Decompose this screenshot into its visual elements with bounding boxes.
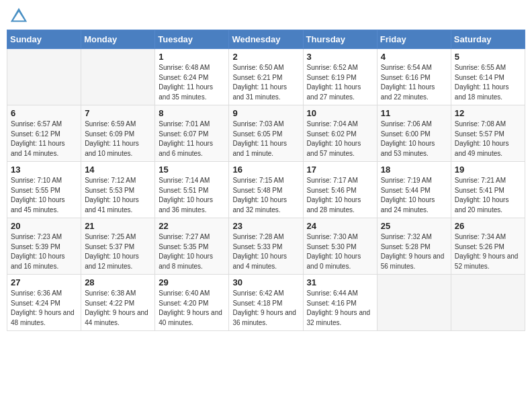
day-number: 11 (381, 108, 447, 118)
day-number: 12 (455, 108, 521, 118)
day-header-saturday: Saturday (451, 30, 525, 49)
day-number: 16 (232, 165, 299, 175)
calendar-cell (451, 275, 525, 331)
calendar-cell: 30Sunrise: 6:42 AMSunset: 4:18 PMDayligh… (229, 275, 303, 331)
day-number: 19 (455, 165, 521, 175)
day-info: Sunrise: 6:40 AMSunset: 4:20 PMDaylight:… (159, 289, 225, 328)
day-number: 29 (159, 277, 225, 287)
logo (9, 7, 31, 26)
day-info: Sunrise: 6:59 AMSunset: 6:09 PMDaylight:… (85, 120, 151, 158)
day-info: Sunrise: 6:52 AMSunset: 6:19 PMDaylight:… (307, 63, 373, 102)
day-number: 6 (11, 108, 77, 118)
day-info: Sunrise: 7:32 AMSunset: 5:28 PMDaylight:… (381, 232, 447, 271)
calendar-week-5: 27Sunrise: 6:36 AMSunset: 4:24 PMDayligh… (7, 275, 525, 331)
day-info: Sunrise: 7:08 AMSunset: 5:57 PMDaylight:… (455, 120, 521, 158)
day-info: Sunrise: 7:23 AMSunset: 5:39 PMDaylight:… (11, 232, 77, 271)
calendar-cell: 16Sunrise: 7:15 AMSunset: 5:48 PMDayligh… (229, 162, 303, 218)
day-info: Sunrise: 6:50 AMSunset: 6:21 PMDaylight:… (232, 63, 299, 102)
calendar-cell: 2Sunrise: 6:50 AMSunset: 6:21 PMDaylight… (229, 49, 303, 105)
calendar-cell: 26Sunrise: 7:34 AMSunset: 5:26 PMDayligh… (451, 218, 525, 275)
day-number: 9 (232, 108, 299, 118)
day-info: Sunrise: 7:25 AMSunset: 5:37 PMDaylight:… (85, 232, 151, 271)
page-header (7, 7, 525, 26)
calendar-cell: 8Sunrise: 7:01 AMSunset: 6:07 PMDaylight… (155, 105, 229, 162)
day-number: 8 (159, 108, 225, 118)
day-number: 31 (307, 277, 373, 287)
day-info: Sunrise: 7:27 AMSunset: 5:35 PMDaylight:… (159, 232, 225, 271)
day-info: Sunrise: 7:14 AMSunset: 5:51 PMDaylight:… (159, 176, 225, 215)
calendar-cell: 14Sunrise: 7:12 AMSunset: 5:53 PMDayligh… (81, 162, 155, 218)
calendar-cell: 9Sunrise: 7:03 AMSunset: 6:05 PMDaylight… (229, 105, 303, 162)
day-number: 17 (307, 165, 373, 175)
day-info: Sunrise: 7:12 AMSunset: 5:53 PMDaylight:… (85, 176, 151, 215)
calendar-cell: 10Sunrise: 7:04 AMSunset: 6:02 PMDayligh… (303, 105, 377, 162)
day-info: Sunrise: 7:21 AMSunset: 5:41 PMDaylight:… (455, 176, 521, 215)
day-info: Sunrise: 7:17 AMSunset: 5:46 PMDaylight:… (307, 176, 373, 215)
day-number: 10 (307, 108, 373, 118)
day-number: 24 (307, 221, 373, 231)
day-header-sunday: Sunday (7, 30, 81, 49)
day-number: 30 (232, 277, 299, 287)
day-number: 13 (11, 165, 77, 175)
day-number: 27 (11, 277, 77, 287)
calendar-table: SundayMondayTuesdayWednesdayThursdayFrid… (7, 30, 525, 331)
calendar-cell: 19Sunrise: 7:21 AMSunset: 5:41 PMDayligh… (451, 162, 525, 218)
calendar-cell (81, 49, 155, 105)
calendar-cell: 24Sunrise: 7:30 AMSunset: 5:30 PMDayligh… (303, 218, 377, 275)
calendar-cell: 27Sunrise: 6:36 AMSunset: 4:24 PMDayligh… (7, 275, 81, 331)
day-info: Sunrise: 6:44 AMSunset: 4:16 PMDaylight:… (307, 289, 373, 328)
day-header-tuesday: Tuesday (155, 30, 229, 49)
day-number: 4 (381, 52, 447, 62)
day-header-thursday: Thursday (303, 30, 377, 49)
day-info: Sunrise: 6:55 AMSunset: 6:14 PMDaylight:… (455, 63, 521, 102)
calendar-cell: 7Sunrise: 6:59 AMSunset: 6:09 PMDaylight… (81, 105, 155, 162)
calendar-cell (7, 49, 81, 105)
calendar-cell: 31Sunrise: 6:44 AMSunset: 4:16 PMDayligh… (303, 275, 377, 331)
day-info: Sunrise: 7:28 AMSunset: 5:33 PMDaylight:… (232, 232, 299, 271)
calendar-cell: 15Sunrise: 7:14 AMSunset: 5:51 PMDayligh… (155, 162, 229, 218)
day-info: Sunrise: 6:42 AMSunset: 4:18 PMDaylight:… (232, 289, 299, 328)
day-number: 7 (85, 108, 151, 118)
day-info: Sunrise: 6:38 AMSunset: 4:22 PMDaylight:… (85, 289, 151, 328)
calendar-cell: 28Sunrise: 6:38 AMSunset: 4:22 PMDayligh… (81, 275, 155, 331)
day-number: 22 (159, 221, 225, 231)
calendar-cell: 11Sunrise: 7:06 AMSunset: 6:00 PMDayligh… (377, 105, 451, 162)
calendar-week-1: 1Sunrise: 6:48 AMSunset: 6:24 PMDaylight… (7, 49, 525, 105)
calendar-week-2: 6Sunrise: 6:57 AMSunset: 6:12 PMDaylight… (7, 105, 525, 162)
calendar-cell: 18Sunrise: 7:19 AMSunset: 5:44 PMDayligh… (377, 162, 451, 218)
day-number: 21 (85, 221, 151, 231)
calendar-cell (377, 275, 451, 331)
day-number: 14 (85, 165, 151, 175)
day-number: 15 (159, 165, 225, 175)
calendar-cell: 12Sunrise: 7:08 AMSunset: 5:57 PMDayligh… (451, 105, 525, 162)
calendar-cell: 21Sunrise: 7:25 AMSunset: 5:37 PMDayligh… (81, 218, 155, 275)
day-header-wednesday: Wednesday (229, 30, 303, 49)
day-number: 28 (85, 277, 151, 287)
calendar-week-4: 20Sunrise: 7:23 AMSunset: 5:39 PMDayligh… (7, 218, 525, 275)
day-info: Sunrise: 7:01 AMSunset: 6:07 PMDaylight:… (159, 120, 225, 158)
day-number: 3 (307, 52, 373, 62)
day-info: Sunrise: 6:57 AMSunset: 6:12 PMDaylight:… (11, 120, 77, 158)
day-number: 26 (455, 221, 521, 231)
calendar-cell: 13Sunrise: 7:10 AMSunset: 5:55 PMDayligh… (7, 162, 81, 218)
day-info: Sunrise: 7:19 AMSunset: 5:44 PMDaylight:… (381, 176, 447, 215)
day-info: Sunrise: 6:36 AMSunset: 4:24 PMDaylight:… (11, 289, 77, 328)
calendar-cell: 17Sunrise: 7:17 AMSunset: 5:46 PMDayligh… (303, 162, 377, 218)
day-number: 20 (11, 221, 77, 231)
day-info: Sunrise: 6:54 AMSunset: 6:16 PMDaylight:… (381, 63, 447, 102)
calendar-cell: 1Sunrise: 6:48 AMSunset: 6:24 PMDaylight… (155, 49, 229, 105)
day-info: Sunrise: 7:04 AMSunset: 6:02 PMDaylight:… (307, 120, 373, 158)
day-number: 5 (455, 52, 521, 62)
calendar-cell: 5Sunrise: 6:55 AMSunset: 6:14 PMDaylight… (451, 49, 525, 105)
calendar-cell: 4Sunrise: 6:54 AMSunset: 6:16 PMDaylight… (377, 49, 451, 105)
day-info: Sunrise: 6:48 AMSunset: 6:24 PMDaylight:… (159, 63, 225, 102)
calendar-cell: 6Sunrise: 6:57 AMSunset: 6:12 PMDaylight… (7, 105, 81, 162)
calendar-cell: 29Sunrise: 6:40 AMSunset: 4:20 PMDayligh… (155, 275, 229, 331)
day-info: Sunrise: 7:06 AMSunset: 6:00 PMDaylight:… (381, 120, 447, 158)
calendar-header-row: SundayMondayTuesdayWednesdayThursdayFrid… (7, 30, 525, 49)
day-number: 18 (381, 165, 447, 175)
day-header-monday: Monday (81, 30, 155, 49)
calendar-cell: 25Sunrise: 7:32 AMSunset: 5:28 PMDayligh… (377, 218, 451, 275)
calendar-week-3: 13Sunrise: 7:10 AMSunset: 5:55 PMDayligh… (7, 162, 525, 218)
calendar-cell: 3Sunrise: 6:52 AMSunset: 6:19 PMDaylight… (303, 49, 377, 105)
